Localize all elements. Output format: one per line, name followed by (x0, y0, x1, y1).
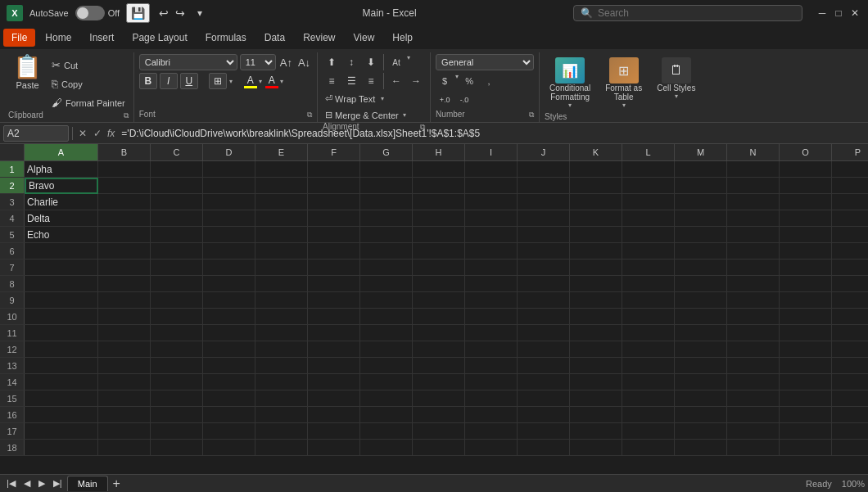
maximize-button[interactable]: □ (832, 7, 845, 20)
italic-button[interactable]: I (160, 73, 178, 89)
col-header-D[interactable]: D (203, 144, 255, 160)
row-num-2[interactable]: 2 (0, 178, 25, 193)
cell-styles-button[interactable]: 🗒 Cell Styles ▾ (652, 54, 700, 103)
cell-L4[interactable] (622, 210, 675, 227)
sheet-nav-first[interactable]: |◀ (3, 476, 19, 490)
increase-font-button[interactable]: A↑ (278, 56, 294, 70)
cell-J4[interactable] (518, 210, 570, 227)
wrap-dropdown[interactable]: ▾ (381, 95, 384, 102)
align-top-button[interactable]: ⬆ (323, 54, 341, 70)
font-color-dropdown[interactable]: ▾ (280, 78, 283, 85)
menu-item-file[interactable]: File (3, 29, 35, 47)
row-num-8[interactable]: 8 (0, 276, 25, 291)
row-num-6[interactable]: 6 (0, 243, 25, 259)
cell-H4[interactable] (413, 210, 465, 227)
save-button[interactable]: 💾 (126, 3, 150, 23)
sheet-tab-main[interactable]: Main (67, 476, 108, 491)
decrease-decimal-button[interactable]: -.0 (455, 92, 473, 108)
cell-I3[interactable] (465, 194, 518, 210)
cell-L2[interactable] (622, 178, 675, 194)
align-right-button[interactable]: ≡ (362, 73, 380, 89)
cell-M1[interactable] (675, 161, 727, 178)
menu-item-page-layout[interactable]: Page Layout (124, 29, 195, 47)
copy-button[interactable]: ⎘ Copy (48, 76, 129, 92)
cell-H2[interactable] (413, 178, 465, 194)
cell-styles-dropdown[interactable]: ▾ (675, 93, 678, 100)
col-header-L[interactable]: L (622, 144, 675, 160)
cell-F3[interactable] (308, 194, 360, 210)
underline-button[interactable]: U (180, 73, 198, 89)
row-num-5[interactable]: 5 (0, 227, 25, 242)
cell-O5[interactable] (780, 227, 832, 243)
number-expand-icon[interactable]: ⧉ (529, 111, 534, 120)
cell-D4[interactable] (203, 210, 255, 227)
conditional-formatting-dropdown[interactable]: ▾ (568, 102, 572, 109)
border-dropdown[interactable]: ▾ (229, 78, 233, 85)
cell-F1[interactable] (308, 161, 360, 178)
cell-K1[interactable] (570, 161, 622, 178)
row-num-16[interactable]: 16 (0, 407, 25, 422)
col-header-H[interactable]: H (413, 144, 465, 160)
col-header-O[interactable]: O (780, 144, 832, 160)
wrap-text-button[interactable]: ⏎ Wrap Text (323, 92, 377, 106)
col-header-C[interactable]: C (151, 144, 203, 160)
col-header-K[interactable]: K (570, 144, 622, 160)
align-bottom-button[interactable]: ⬇ (362, 54, 380, 70)
redo-button[interactable]: ↪ (173, 5, 188, 21)
cell-N5[interactable] (727, 227, 780, 243)
cell-I1[interactable] (465, 161, 518, 178)
customize-qat-button[interactable]: ▾ (194, 6, 206, 20)
cell-A6[interactable] (25, 243, 98, 260)
align-center-button[interactable]: ☰ (342, 73, 360, 89)
cell-A1[interactable]: Alpha (25, 161, 98, 178)
col-header-E[interactable]: E (255, 144, 308, 160)
close-button[interactable]: ✕ (848, 7, 861, 20)
cell-C3[interactable] (151, 194, 203, 210)
cell-L1[interactable] (622, 161, 675, 178)
alignment-expand-icon[interactable]: ⧉ (420, 123, 425, 132)
row-num-15[interactable]: 15 (0, 390, 25, 406)
add-sheet-button[interactable]: + (110, 476, 124, 491)
cell-H5[interactable] (413, 227, 465, 243)
dollar-button[interactable]: $ (436, 73, 454, 89)
menu-item-insert[interactable]: Insert (81, 29, 122, 47)
cell-K5[interactable] (570, 227, 622, 243)
cell-B3[interactable] (98, 194, 151, 210)
increase-decimal-button[interactable]: +.0 (436, 92, 454, 108)
cell-G5[interactable] (360, 227, 413, 243)
cut-button[interactable]: ✂ Cut (48, 57, 129, 73)
align-left-button[interactable]: ≡ (323, 73, 341, 89)
cell-O3[interactable] (780, 194, 832, 210)
cell-G1[interactable] (360, 161, 413, 178)
fill-color-button[interactable]: A (243, 74, 258, 89)
cell-B5[interactable] (98, 227, 151, 243)
orientation-button[interactable]: At (387, 54, 405, 70)
cell-O2[interactable] (780, 178, 832, 194)
minimize-button[interactable]: ─ (816, 7, 829, 20)
cell-N1[interactable] (727, 161, 780, 178)
conditional-formatting-button[interactable]: 📊 Conditional Formatting ▾ (545, 54, 595, 112)
row-num-7[interactable]: 7 (0, 260, 25, 275)
formula-input[interactable] (118, 126, 865, 141)
decrease-indent-button[interactable]: ← (387, 73, 405, 89)
menu-item-data[interactable]: Data (256, 29, 293, 47)
cell-N3[interactable] (727, 194, 780, 210)
cell-M3[interactable] (675, 194, 727, 210)
sheet-nav-next[interactable]: ▶ (35, 476, 48, 490)
cell-I5[interactable] (465, 227, 518, 243)
font-size-select[interactable]: 11 (240, 54, 276, 70)
formula-confirm-button[interactable]: ✓ (91, 127, 104, 140)
percent-button[interactable]: % (460, 73, 478, 89)
cell-L5[interactable] (622, 227, 675, 243)
cell-G4[interactable] (360, 210, 413, 227)
increase-indent-button[interactable]: → (407, 73, 425, 89)
formula-cancel-button[interactable]: ✕ (76, 127, 89, 140)
font-expand-icon[interactable]: ⧉ (307, 111, 312, 120)
cell-J5[interactable] (518, 227, 570, 243)
paste-button[interactable]: 📋 Paste (8, 54, 47, 92)
cell-C4[interactable] (151, 210, 203, 227)
cell-M4[interactable] (675, 210, 727, 227)
cell-I4[interactable] (465, 210, 518, 227)
row-num-10[interactable]: 10 (0, 309, 25, 324)
format-as-table-dropdown[interactable]: ▾ (622, 102, 626, 109)
